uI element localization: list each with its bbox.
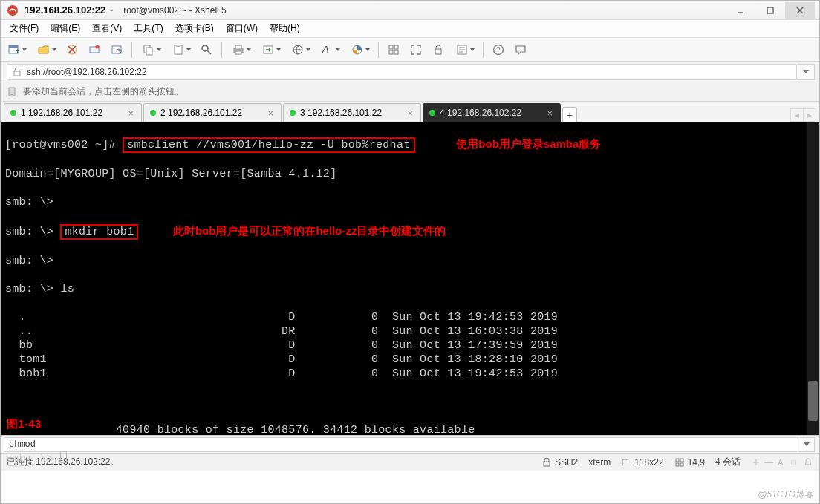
maximize-button[interactable] — [755, 2, 785, 19]
font-button[interactable]: A — [316, 40, 344, 59]
toolbar-separator — [131, 42, 132, 58]
file-listing: . D 0 Sun Oct 13 19:42:53 2019 .. DR 0 S… — [5, 310, 815, 381]
svg-rect-16 — [176, 45, 180, 47]
minimize-button[interactable] — [726, 2, 755, 19]
scrollbar-thumb[interactable] — [808, 381, 818, 421]
lock-icon — [12, 67, 22, 77]
svg-point-0 — [7, 5, 18, 16]
tab-2[interactable]: 2 192.168.26.101:22 × — [143, 103, 282, 122]
terminal[interactable]: [root@vms002 ~]# smbclient //vms001/hell… — [1, 122, 819, 435]
watermark: @51CTO博客 — [758, 488, 813, 501]
transfer-button[interactable] — [256, 40, 284, 59]
blocks-line: 40940 blocks of size 1048576. 34412 bloc… — [5, 423, 815, 437]
toolbar-separator — [221, 42, 222, 58]
color-scheme-button[interactable] — [345, 40, 374, 59]
hint-bar: 要添加当前会话，点击左侧的箭头按钮。 — [1, 82, 819, 102]
properties-button[interactable] — [106, 40, 127, 59]
menu-file[interactable]: 文件(F) — [4, 20, 45, 37]
tab-close-button[interactable]: × — [126, 108, 135, 119]
find-button[interactable] — [196, 40, 217, 59]
menu-tools[interactable]: 工具(T) — [128, 20, 169, 37]
listing-row: tom1 D 0 Sun Oct 13 18:28:10 2019 — [5, 353, 815, 367]
tab-scroll-right[interactable]: ▸ — [803, 108, 816, 122]
print-button[interactable] — [227, 40, 255, 59]
smb-prompt: smb: \> — [5, 226, 60, 238]
listing-row: .. DR 0 Sun Oct 13 16:03:38 2019 — [5, 324, 815, 338]
listing-row: bob1 D 0 Sun Oct 13 19:42:53 2019 — [5, 367, 815, 381]
feedback-button[interactable] — [510, 40, 531, 59]
reconnect-button[interactable] — [62, 40, 82, 59]
address-text: ssh://root@192.168.26.102:22 — [27, 67, 147, 77]
tab-scroll-left[interactable]: ◂ — [790, 108, 804, 122]
terminal-line: smb: \> — [5, 254, 815, 268]
open-session-button[interactable] — [32, 40, 60, 59]
title-dash: - — [110, 5, 113, 16]
menubar: 文件(F) 编辑(E) 查看(V) 工具(T) 选项卡(B) 窗口(W) 帮助(… — [1, 20, 819, 38]
cursor — [60, 451, 67, 463]
svg-rect-34 — [14, 71, 20, 76]
tab-label: 192.168.26.101:22 — [308, 108, 382, 118]
menu-view[interactable]: 查看(V) — [86, 20, 128, 37]
tab-close-button[interactable]: × — [406, 108, 414, 119]
tab-label: 192.168.26.101:22 — [28, 108, 102, 118]
tab-label: 192.168.26.102:22 — [447, 108, 521, 118]
bookmark-icon[interactable] — [7, 87, 17, 97]
ls-command: ls — [60, 283, 74, 295]
hint-text: 要添加当前会话，点击左侧的箭头按钮。 — [23, 85, 183, 98]
disconnect-button[interactable] — [84, 40, 105, 59]
add-tab-button[interactable]: + — [562, 107, 577, 122]
svg-rect-20 — [235, 45, 241, 49]
lock-button[interactable] — [428, 40, 449, 59]
tab-number: 4 — [440, 108, 445, 118]
terminal-line — [5, 395, 815, 409]
tab-close-button[interactable]: × — [545, 108, 554, 119]
tab-3[interactable]: 3 192.168.26.101:22 × — [283, 103, 421, 122]
shell-prompt: [root@vms002 ~]# — [5, 139, 123, 151]
tab-number: 1 — [21, 108, 26, 118]
smb-prompt: smb: \> — [5, 453, 60, 465]
toolbar-separator — [483, 42, 484, 58]
terminal-scrollbar[interactable] — [807, 122, 819, 435]
tab-1[interactable]: 1 192.168.26.101:22 × — [4, 103, 142, 122]
tab-label: 192.168.26.101:22 — [168, 108, 242, 118]
svg-line-18 — [207, 50, 211, 54]
close-button[interactable] — [785, 2, 815, 19]
tab-bar: 1 192.168.26.101:22 × 2 192.168.26.101:2… — [1, 102, 819, 122]
menu-tab[interactable]: 选项卡(B) — [169, 20, 220, 37]
titlebar: 192.168.26.102:22 - root@vms002:~ - Xshe… — [1, 1, 819, 20]
script-button[interactable] — [450, 40, 478, 59]
svg-rect-28 — [389, 50, 393, 54]
svg-rect-26 — [389, 45, 393, 49]
tab-number: 3 — [300, 108, 305, 118]
terminal-line: Domain=[MYGROUP] OS=[Unix] Server=[Samba… — [5, 167, 815, 181]
menu-help[interactable]: 帮助(H) — [264, 20, 306, 37]
menu-window[interactable]: 窗口(W) — [220, 20, 264, 37]
highlight-command-2: mkdir bob1 — [60, 224, 138, 240]
title-session: root@vms002:~ - Xshell 5 — [123, 5, 227, 16]
fullscreen-button[interactable] — [406, 40, 426, 59]
annotation-1: 使用bob用户登录samba服务 — [456, 137, 601, 150]
paste-button[interactable] — [166, 40, 195, 59]
menu-edit[interactable]: 编辑(E) — [45, 20, 86, 37]
address-dropdown[interactable] — [797, 64, 815, 80]
status-dot-icon — [10, 110, 16, 116]
layout-toggle-button[interactable] — [383, 40, 404, 59]
address-bar: ssh://root@192.168.26.102:22 — [1, 62, 819, 82]
highlight-command-1: smbclient //vms001/hello-zz -U bob%redha… — [123, 137, 414, 153]
language-button[interactable] — [286, 40, 314, 59]
svg-rect-2 — [767, 7, 773, 13]
new-session-button[interactable]: + — [2, 40, 30, 59]
help-button[interactable]: ? — [488, 40, 509, 59]
title-ip: 192.168.26.102:22 — [25, 4, 105, 16]
tab-4-active[interactable]: 4 192.168.26.102:22 × — [423, 103, 561, 122]
app-icon — [7, 4, 19, 16]
svg-rect-29 — [394, 50, 398, 54]
svg-point-17 — [202, 45, 208, 51]
svg-text:A: A — [322, 44, 329, 55]
copy-button[interactable] — [137, 40, 165, 59]
svg-rect-27 — [394, 45, 398, 49]
tab-close-button[interactable]: × — [266, 108, 275, 119]
toolbar-separator — [378, 42, 379, 58]
address-field[interactable]: ssh://root@192.168.26.102:22 — [7, 64, 797, 80]
svg-rect-30 — [435, 49, 441, 54]
